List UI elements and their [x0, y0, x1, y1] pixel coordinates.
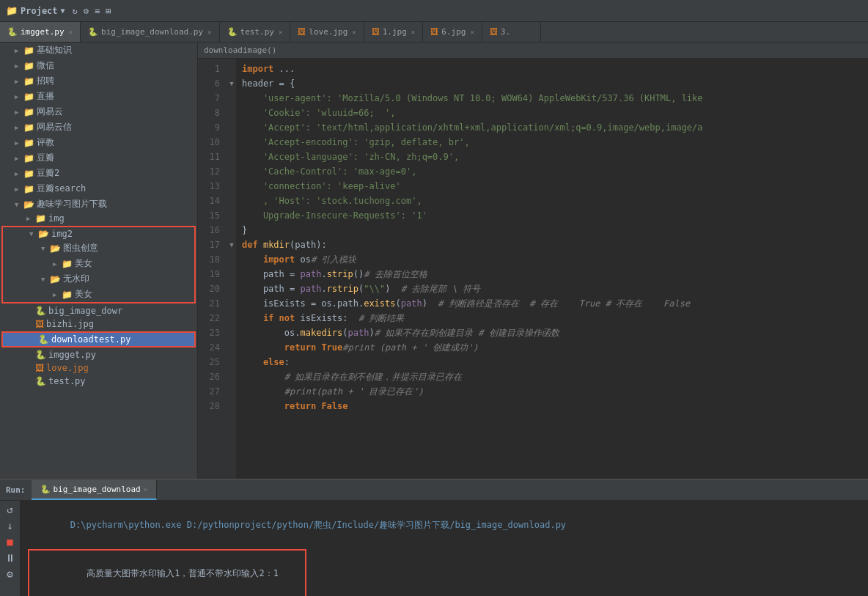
folder-icon: 📁 — [23, 107, 34, 117]
tab-big-image[interactable]: 🐍 big_image_download.py × — [81, 22, 220, 42]
tab-icon: 🖼 — [298, 27, 306, 37]
folder-icon: 📁 — [23, 138, 34, 148]
folder-icon: 📂 — [50, 243, 61, 254]
sidebar-item-nvv2[interactable]: ▶ 📁 美女 — [3, 287, 194, 302]
bottom-tab-run[interactable]: 🐍 big_image_download × — [32, 480, 158, 500]
code-editor[interactable]: import ... header = { 'user-agent': 'Moz… — [236, 59, 868, 479]
folder-icon: 📁 — [23, 92, 34, 102]
arrow-icon: ▶ — [15, 62, 23, 70]
editor-area: downloadimage() 1 6 7 8 9 10 11 12 13 14… — [198, 43, 868, 479]
sidebar-item-big-image-down[interactable]: 🐍 big_image_dowr — [0, 304, 197, 317]
tab-3[interactable]: 🖼 3. — [482, 22, 541, 42]
python-file-icon: 🐍 — [35, 376, 46, 386]
tab-icon: 🐍 — [7, 27, 18, 37]
sidebar-item-doubansearch[interactable]: ▶ 📁 豆瓣search — [0, 181, 197, 196]
code-line: } — [236, 223, 868, 238]
project-icon: 📁 — [6, 5, 18, 16]
sidebar-item-tuchong[interactable]: ▼ 📂 图虫创意 — [3, 240, 194, 256]
run-tab-close[interactable]: × — [144, 486, 147, 493]
tab-test[interactable]: 🐍 test.py × — [220, 22, 291, 42]
gutter: ▼ ▼ — [227, 59, 236, 479]
project-dropdown[interactable]: ▼ — [61, 7, 65, 15]
tab-close-big[interactable]: × — [207, 29, 211, 36]
tab-1jpg[interactable]: 🖼 1.jpg × — [364, 22, 424, 42]
pause-icon[interactable]: ⏸ — [5, 552, 15, 564]
tab-icon: 🐍 — [227, 27, 238, 37]
project-title: Project — [21, 6, 58, 16]
sidebar-item-zhaopin[interactable]: ▶ 📁 招聘 — [0, 73, 197, 89]
bottom-panel: Run: 🐍 big_image_download × ↺ ↓ ■ ⏸ ⚙ D:… — [0, 479, 868, 596]
sidebar-item-img2[interactable]: ▼ 📂 img2 — [3, 227, 194, 240]
arrow-icon: ▶ — [15, 185, 23, 193]
arrow-icon: ▶ — [15, 47, 23, 54]
tab-close-love[interactable]: × — [352, 29, 356, 36]
arrow-icon: ▶ — [15, 78, 23, 85]
code-line: 'user-agent': 'Mozilla/5.0 (Windows NT 1… — [236, 91, 868, 106]
tab-6jpg[interactable]: 🖼 6.jpg × — [423, 22, 482, 42]
tab-close-imgget[interactable]: × — [69, 29, 73, 36]
fold-arrow[interactable]: ▼ — [229, 80, 233, 87]
tab-icon: 🖼 — [430, 27, 438, 37]
sidebar-item-jichu[interactable]: ▶ 📁 基础知识 — [0, 43, 197, 58]
sidebar-item-wangyiyun[interactable]: ▶ 📁 网易云 — [0, 104, 197, 119]
folder-icon: 📁 — [62, 259, 73, 269]
tab-label: 6.jpg — [441, 27, 466, 37]
toolbar-icon-3[interactable]: ≡ — [95, 6, 100, 16]
sidebar-item-pingjiao[interactable]: ▶ 📁 评教 — [0, 135, 197, 150]
code-line: import ... — [236, 62, 868, 76]
arrow-icon: ▶ — [15, 108, 23, 116]
fold-arrow-def[interactable]: ▼ — [229, 241, 233, 249]
sidebar-item-imgget-file[interactable]: 🐍 imgget.py — [0, 348, 197, 361]
folder-icon: 📁 — [62, 290, 73, 300]
sidebar-item-downloadtest[interactable]: 🐍 downloadtest.py — [3, 333, 194, 346]
sidebar-item-love-file[interactable]: 🖼 love.jpg — [0, 361, 197, 375]
toolbar-icon-4[interactable]: ⊞ — [106, 6, 111, 16]
sidebar-item-wushui[interactable]: ▼ 📂 无水印 — [3, 271, 194, 287]
code-line: isExists = os.path.exists(path) # 判断路径是否… — [236, 296, 868, 311]
toolbar-icon-2[interactable]: ⚙ — [84, 6, 89, 16]
code-line: path = path.strip()# 去除首位空格 — [236, 267, 868, 282]
sidebar-item-douban2[interactable]: ▶ 📁 豆瓣2 — [0, 166, 197, 181]
sidebar-item-quwei[interactable]: ▼ 📂 趣味学习图片下载 — [0, 196, 197, 212]
sidebar-item-douban[interactable]: ▶ 📁 豆瓣 — [0, 150, 197, 166]
code-line: 'Cookie': 'wluuid=66; ', — [236, 106, 868, 120]
tab-icon: 🖼 — [490, 27, 498, 37]
tab-close-1jpg[interactable]: × — [411, 29, 415, 36]
sidebar-item-bizhi[interactable]: 🖼 bizhi.jpg — [0, 317, 197, 331]
breadcrumb-text: downloadimage() — [204, 45, 276, 55]
stop-icon[interactable]: ■ — [7, 536, 12, 548]
bottom-side-icons: ↺ ↓ ■ ⏸ ⚙ — [0, 501, 21, 596]
sidebar-item-test-file[interactable]: 🐍 test.py — [0, 375, 197, 388]
arrow-icon: ▶ — [15, 124, 23, 131]
folder-icon: 📁 — [23, 76, 34, 87]
arrow-icon: ▼ — [41, 276, 50, 283]
tab-close-6jpg[interactable]: × — [470, 29, 474, 36]
terminal-path-line: D:\pycharm\python.exe D:/pythonproject/p… — [28, 505, 861, 545]
tab-icon: 🐍 — [88, 27, 98, 37]
code-line: if not isExists: # 判断结果 — [236, 311, 868, 325]
folder-icon: 📂 — [38, 229, 49, 239]
arrow-icon: ▶ — [53, 291, 62, 298]
image-file-icon: 🖼 — [35, 319, 44, 329]
folder-icon: 📂 — [23, 199, 34, 210]
tab-label: 3. — [501, 27, 510, 37]
rerun-icon[interactable]: ↺ — [7, 504, 12, 515]
toolbar-icon-1[interactable]: ↻ — [73, 6, 78, 16]
sidebar-item-zhibo[interactable]: ▶ 📁 直播 — [0, 89, 197, 104]
prompt1-text: 高质量大图带水印输入1，普通不带水印输入2：1 — [87, 568, 279, 578]
breadcrumb: downloadimage() — [198, 43, 868, 59]
settings-icon[interactable]: ⚙ — [7, 568, 12, 580]
top-bar: 📁 Project ▼ ↻ ⚙ ≡ ⊞ — [0, 0, 868, 22]
sidebar-item-nvv1[interactable]: ▶ 📁 美女 — [3, 256, 194, 271]
scroll-down-icon[interactable]: ↓ — [7, 520, 12, 531]
terminal-prompt2: 输入关键词：女生 — [34, 593, 301, 596]
bottom-content: ↺ ↓ ■ ⏸ ⚙ D:\pycharm\python.exe D:/pytho… — [0, 501, 868, 596]
tab-love[interactable]: 🖼 love.jpg × — [290, 22, 364, 42]
sidebar-item-wangyiyunxin[interactable]: ▶ 📁 网易云信 — [0, 119, 197, 135]
sidebar-item-weixin[interactable]: ▶ 📁 微信 — [0, 58, 197, 73]
image-file-icon: 🖼 — [35, 363, 44, 373]
tab-close-test[interactable]: × — [279, 29, 282, 36]
sidebar-item-img[interactable]: ▶ 📁 img — [0, 212, 197, 225]
tab-imgget[interactable]: 🐍 imgget.py × — [0, 22, 81, 42]
code-line: import os# 引入模块 — [236, 252, 868, 267]
